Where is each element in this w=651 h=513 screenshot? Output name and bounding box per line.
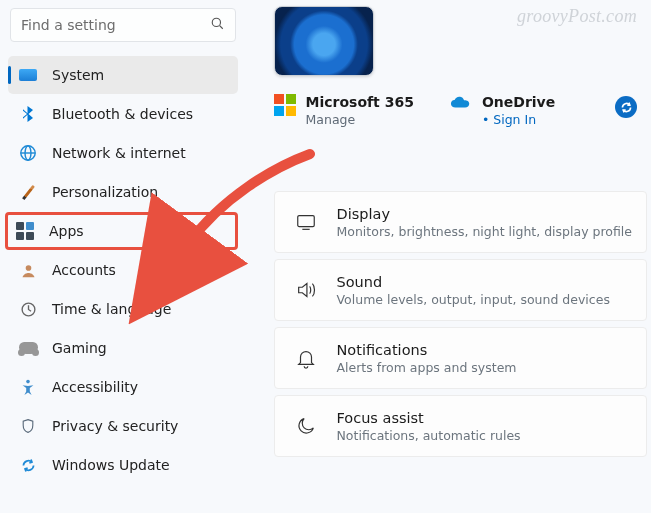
tile-notifications[interactable]: Notifications Alerts from apps and syste…	[274, 327, 647, 389]
sidebar-item-label: Network & internet	[52, 145, 186, 161]
sidebar-item-label: System	[52, 67, 104, 83]
svg-line-1	[219, 25, 222, 28]
sync-button[interactable]	[615, 96, 637, 118]
onedrive-title: OneDrive	[482, 94, 555, 110]
main-panel: groovyPost.com Microsoft 365 Manage OneD…	[244, 0, 651, 513]
sidebar-item-label: Gaming	[52, 340, 107, 356]
shield-icon	[18, 416, 38, 436]
tile-focus-assist[interactable]: Focus assist Notifications, automatic ru…	[274, 395, 647, 457]
sidebar-item-label: Accessibility	[52, 379, 138, 395]
ms365-title: Microsoft 365	[306, 94, 414, 110]
tile-sub: Volume levels, output, input, sound devi…	[337, 292, 610, 307]
desktop-preview[interactable]	[274, 6, 374, 76]
onedrive-card[interactable]: OneDrive • Sign In	[450, 94, 555, 127]
accessibility-icon	[18, 377, 38, 397]
svg-rect-8	[297, 216, 314, 227]
clock-icon	[18, 299, 38, 319]
sidebar-item-accessibility[interactable]: Accessibility	[8, 368, 238, 406]
paintbrush-icon	[18, 182, 38, 202]
watermark: groovyPost.com	[517, 6, 637, 27]
tile-label: Sound	[337, 274, 610, 290]
microsoft-logo-icon	[274, 94, 296, 116]
sidebar-item-windows-update[interactable]: Windows Update	[8, 446, 238, 484]
gamepad-icon	[18, 338, 38, 358]
sidebar-item-time-language[interactable]: Time & language	[8, 290, 238, 328]
sidebar-item-accounts[interactable]: Accounts	[8, 251, 238, 289]
account-row: Microsoft 365 Manage OneDrive • Sign In	[274, 94, 647, 127]
onedrive-action[interactable]: • Sign In	[482, 112, 555, 127]
tile-label: Display	[337, 206, 632, 222]
tile-sub: Notifications, automatic rules	[337, 428, 521, 443]
tile-label: Notifications	[337, 342, 517, 358]
system-icon	[18, 65, 38, 85]
sidebar-nav: System Bluetooth & devices Network & int…	[8, 56, 238, 484]
sidebar-item-system[interactable]: System	[8, 56, 238, 94]
onedrive-icon	[450, 94, 472, 114]
tile-sound[interactable]: Sound Volume levels, output, input, soun…	[274, 259, 647, 321]
network-icon	[18, 143, 38, 163]
sound-icon	[289, 279, 323, 301]
svg-point-0	[212, 18, 220, 26]
svg-point-5	[25, 265, 31, 271]
sidebar: System Bluetooth & devices Network & int…	[0, 0, 244, 513]
ms365-action[interactable]: Manage	[306, 112, 414, 127]
search-icon	[210, 16, 225, 35]
bell-icon	[289, 347, 323, 369]
tile-display[interactable]: Display Monitors, brightness, night ligh…	[274, 191, 647, 253]
sidebar-item-label: Privacy & security	[52, 418, 178, 434]
search-box[interactable]	[10, 8, 236, 42]
sidebar-item-gaming[interactable]: Gaming	[8, 329, 238, 367]
tile-sub: Alerts from apps and system	[337, 360, 517, 375]
sidebar-item-apps[interactable]: Apps	[5, 212, 238, 250]
sidebar-item-label: Accounts	[52, 262, 116, 278]
bluetooth-icon	[18, 104, 38, 124]
sidebar-item-privacy[interactable]: Privacy & security	[8, 407, 238, 445]
sidebar-item-label: Time & language	[52, 301, 171, 317]
update-icon	[18, 455, 38, 475]
apps-icon	[15, 221, 35, 241]
moon-icon	[289, 415, 323, 437]
display-icon	[289, 211, 323, 233]
tile-label: Focus assist	[337, 410, 521, 426]
search-input[interactable]	[21, 17, 210, 33]
sidebar-item-label: Personalization	[52, 184, 158, 200]
ms365-card[interactable]: Microsoft 365 Manage	[274, 94, 414, 127]
sidebar-item-personalization[interactable]: Personalization	[8, 173, 238, 211]
svg-point-7	[26, 380, 30, 384]
sidebar-item-label: Windows Update	[52, 457, 170, 473]
system-tiles: Display Monitors, brightness, night ligh…	[274, 191, 647, 457]
sidebar-item-label: Bluetooth & devices	[52, 106, 193, 122]
accounts-icon	[18, 260, 38, 280]
sidebar-item-bluetooth[interactable]: Bluetooth & devices	[8, 95, 238, 133]
tile-sub: Monitors, brightness, night light, displ…	[337, 224, 632, 239]
sidebar-item-network[interactable]: Network & internet	[8, 134, 238, 172]
sidebar-item-label: Apps	[49, 223, 84, 239]
